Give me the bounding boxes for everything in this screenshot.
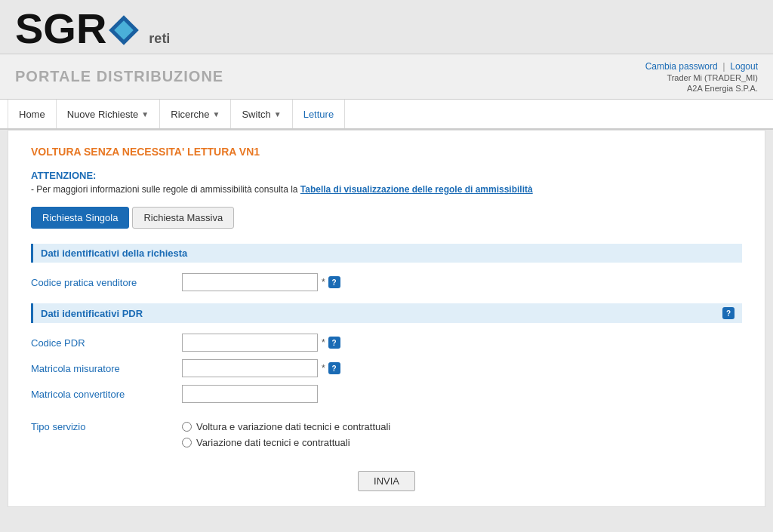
header-area: SGR reti: [0, 0, 773, 54]
section2-help-icon[interactable]: ?: [722, 307, 735, 319]
nav-switch[interactable]: Switch ▼: [231, 100, 292, 128]
codice-pratica-required: *: [322, 277, 325, 288]
radio-option2-label: Variazione dati tecnici e contrattuali: [196, 437, 350, 448]
radio-input-voltura[interactable]: [182, 422, 192, 432]
matricola-convertitore-input[interactable]: [182, 385, 318, 403]
nav-nuove-richieste[interactable]: Nuove Richieste ▼: [57, 100, 161, 128]
section2-title: Dati identificativi PDR: [41, 308, 143, 319]
radio-option2[interactable]: Variazione dati tecnici e contrattuali: [182, 437, 390, 448]
attention-header: ATTENZIONE:: [31, 170, 742, 181]
attention-text-prefix: - Per maggiori informazioni sulle regole…: [31, 184, 297, 195]
codice-pdr-row: Codice PDR * ?: [31, 334, 742, 352]
section2-header: Dati identificativi PDR ?: [31, 303, 742, 323]
radio-options: Voltura e variazione dati tecnici e cont…: [182, 421, 390, 448]
codice-pdr-input[interactable]: [182, 334, 318, 352]
matricola-convertitore-label: Matricola convertitore: [31, 389, 182, 400]
nav-nuove-richieste-label: Nuove Richieste: [67, 109, 139, 120]
user-name: Trader Mi (TRADER_MI): [645, 73, 758, 82]
nav-switch-label: Switch: [242, 109, 270, 120]
request-type-buttons: Richiesta Singola Richiesta Massiva: [31, 207, 742, 229]
codice-pratica-label: Codice pratica venditore: [31, 277, 182, 288]
nav-ricerche[interactable]: Ricerche ▼: [160, 100, 231, 128]
nav-ricerche-arrow: ▼: [213, 110, 220, 118]
attention-text: - Per maggiori informazioni sulle regole…: [31, 184, 742, 195]
logo: SGR reti: [15, 8, 170, 50]
codice-pratica-help-icon[interactable]: ?: [328, 276, 340, 288]
portal-title: PORTALE DISTRIBUZIONE: [15, 68, 223, 85]
btn-invia[interactable]: INVIA: [358, 471, 415, 491]
topbar-links: Cambia password | Logout: [645, 60, 758, 72]
form-submit-area: INVIA: [31, 471, 742, 491]
radio-option1[interactable]: Voltura e variazione dati tecnici e cont…: [182, 421, 390, 432]
attention-link[interactable]: Tabella di visualizzazione delle regole …: [300, 184, 533, 195]
page-title: VOLTURA SENZA NECESSITA' LETTURA VN1: [31, 146, 742, 158]
logo-sgr-text: SGR: [15, 8, 106, 50]
topbar-separator: |: [722, 60, 728, 72]
logout-link[interactable]: Logout: [730, 61, 758, 72]
change-password-link[interactable]: Cambia password: [645, 61, 718, 72]
tipo-servizio-label: Tipo servizio: [31, 421, 182, 432]
section1-title: Dati identificativi della richiesta: [41, 248, 187, 259]
logo-reti-text: reti: [149, 31, 170, 47]
section1-header: Dati identificativi della richiesta: [31, 244, 742, 263]
nav-letture[interactable]: Letture: [293, 100, 345, 128]
main-content: VOLTURA SENZA NECESSITA' LETTURA VN1 ATT…: [8, 130, 765, 507]
codice-pdr-help-icon[interactable]: ?: [328, 337, 340, 349]
nav-letture-label: Letture: [303, 109, 334, 120]
matricola-misuratore-required: *: [322, 363, 325, 374]
codice-pdr-required: *: [322, 337, 325, 348]
nav-nuove-richieste-arrow: ▼: [141, 110, 149, 118]
topbar-right: Cambia password | Logout Trader Mi (TRAD…: [645, 60, 758, 93]
tipo-servizio-row: Tipo servizio Voltura e variazione dati …: [31, 421, 742, 448]
logo-diamond-icon: [106, 13, 141, 50]
nav-home[interactable]: Home: [8, 100, 57, 128]
btn-richiesta-singola[interactable]: Richiesta Singola: [31, 207, 129, 229]
radio-option1-label: Voltura e variazione dati tecnici e cont…: [196, 421, 390, 432]
attention-box: ATTENZIONE: - Per maggiori informazioni …: [31, 170, 742, 195]
codice-pratica-row: Codice pratica venditore * ?: [31, 273, 742, 291]
matricola-misuratore-help-icon[interactable]: ?: [328, 362, 340, 374]
matricola-convertitore-row: Matricola convertitore: [31, 385, 742, 403]
nav-home-label: Home: [19, 109, 45, 120]
matricola-misuratore-input[interactable]: [182, 359, 318, 377]
btn-richiesta-massiva[interactable]: Richiesta Massiva: [132, 207, 234, 229]
codice-pratica-input[interactable]: [182, 273, 318, 291]
navbar: Home Nuove Richieste ▼ Ricerche ▼ Switch…: [0, 100, 773, 130]
codice-pdr-label: Codice PDR: [31, 337, 182, 349]
matricola-misuratore-label: Matricola misuratore: [31, 363, 182, 374]
nav-ricerche-label: Ricerche: [171, 109, 209, 120]
topbar: PORTALE DISTRIBUZIONE Cambia password | …: [0, 54, 773, 100]
company-name: A2A Energia S.P.A.: [645, 84, 758, 93]
radio-input-variazione[interactable]: [182, 438, 192, 447]
matricola-misuratore-row: Matricola misuratore * ?: [31, 359, 742, 377]
nav-switch-arrow: ▼: [274, 110, 282, 118]
